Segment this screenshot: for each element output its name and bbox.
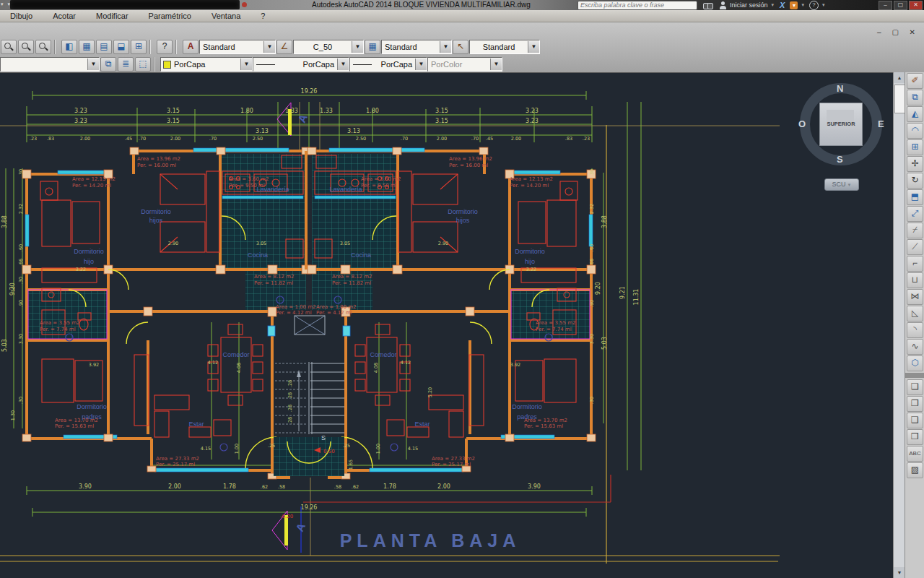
dim-text: 3.15: [167, 118, 180, 124]
user-icon[interactable]: [719, 1, 727, 9]
linetype-combo[interactable]: PorCapa▼: [253, 57, 349, 72]
mleader-style-combo[interactable]: Standard▼: [469, 40, 540, 54]
dim-style-combo[interactable]: C_50▼: [293, 40, 364, 54]
blend-curves-icon[interactable]: ∿: [907, 339, 923, 355]
table-style-icon[interactable]: ▦: [365, 40, 380, 54]
apps-caret-icon[interactable]: ▾: [801, 2, 804, 8]
area-label: Per. = 14.20 ml: [510, 183, 549, 189]
dim-text: 1.78: [383, 483, 396, 490]
layer-properties-icon[interactable]: ⧉: [100, 57, 116, 72]
array-icon[interactable]: ⊞: [907, 139, 923, 155]
explode-icon[interactable]: ⬡: [907, 355, 923, 371]
sign-in-button[interactable]: Iniciar sesión: [730, 1, 768, 9]
chevron-down-icon[interactable]: ▼: [240, 59, 252, 70]
bring-above-icon[interactable]: ❑: [907, 413, 923, 428]
dim-text: 5.03: [601, 337, 608, 350]
a360-icon[interactable]: ▼: [790, 1, 798, 9]
chevron-down-icon[interactable]: ▼: [87, 59, 99, 70]
help-caret-icon[interactable]: ▾: [822, 2, 825, 8]
search-icon[interactable]: [703, 1, 713, 9]
menu-dibujo[interactable]: Dibujo: [0, 12, 43, 20]
help-box-icon[interactable]: ?: [157, 40, 173, 54]
trim-icon[interactable]: ⌿: [907, 223, 923, 238]
break-icon[interactable]: ⊔: [907, 272, 923, 288]
viewcube-south[interactable]: S: [837, 154, 843, 165]
exchange-icon[interactable]: X: [780, 1, 785, 9]
zoom-realtime-icon[interactable]: [1, 40, 17, 54]
erase-icon[interactable]: ✐: [907, 73, 923, 89]
zoom-window-icon[interactable]: [18, 40, 34, 54]
restore-button[interactable]: ▢: [894, 1, 907, 10]
chevron-down-icon[interactable]: ▼: [352, 41, 363, 53]
scroll-down-icon[interactable]: ▼: [894, 567, 905, 578]
menu-parametrico[interactable]: Paramétrico: [139, 12, 201, 20]
viewcube[interactable]: N S E O SUPERIOR: [798, 82, 884, 170]
chevron-down-icon[interactable]: ▼: [263, 41, 275, 53]
document-window-controls[interactable]: – ▢ ✕: [877, 28, 920, 36]
viewcube-west[interactable]: O: [798, 118, 806, 129]
area-label: Per. = 4.12 ml: [276, 310, 312, 316]
sheetset-icon[interactable]: ▤: [96, 40, 112, 54]
move-icon[interactable]: ✢: [907, 156, 923, 172]
properties-icon[interactable]: ◧: [61, 40, 77, 54]
viewcube-east[interactable]: E: [878, 118, 884, 129]
text-style-icon[interactable]: A: [183, 40, 199, 54]
zoom-previous-icon[interactable]: [35, 40, 51, 54]
search-input[interactable]: [578, 1, 697, 10]
layer-isolate-icon[interactable]: ⬚: [135, 57, 151, 72]
lineweight-combo[interactable]: PorCapa▼: [349, 57, 427, 72]
minimize-button[interactable]: –: [879, 1, 892, 10]
send-under-icon[interactable]: ❒: [907, 429, 923, 445]
offset-icon[interactable]: ◠: [907, 123, 923, 139]
room-label: Dormitorio: [512, 403, 542, 410]
designcenter-icon[interactable]: ▦: [79, 40, 95, 54]
stretch-icon[interactable]: ⤢: [907, 206, 923, 222]
layer-states-icon[interactable]: ≣: [118, 57, 134, 72]
chevron-down-icon[interactable]: ▼: [440, 41, 451, 53]
menu-ventana[interactable]: Ventana: [201, 12, 250, 20]
extend-icon[interactable]: ⟋: [907, 239, 923, 255]
break-at-point-icon[interactable]: ⌐: [907, 256, 923, 272]
scrollbar-thumb[interactable]: [894, 85, 905, 113]
copy-icon[interactable]: ⧉: [907, 90, 923, 105]
calculator-icon[interactable]: ⊞: [131, 40, 147, 54]
menu-acotar[interactable]: Acotar: [43, 12, 86, 20]
menu-modificar[interactable]: Modificar: [86, 12, 139, 20]
text-style-combo[interactable]: Standard▼: [199, 40, 276, 54]
room-label: Cocina: [248, 251, 268, 259]
separator: [149, 40, 154, 54]
fillet-icon[interactable]: ◝: [907, 322, 923, 338]
mirror-icon[interactable]: ◭: [907, 106, 923, 122]
separator: [175, 40, 180, 54]
menu-help[interactable]: ?: [250, 12, 275, 20]
help-icon[interactable]: ?: [809, 1, 819, 10]
send-to-back-icon[interactable]: ❐: [907, 396, 923, 412]
sign-in-caret-icon[interactable]: ▾: [772, 2, 775, 8]
chevron-down-icon[interactable]: ▼: [337, 59, 349, 70]
drawing-canvas[interactable]: A A 19.26 19.26 3.23 3.15 1.80 1.33 1.33…: [0, 72, 893, 578]
viewcube-face[interactable]: SUPERIOR: [819, 103, 863, 146]
scroll-up-icon[interactable]: ▲: [894, 72, 905, 83]
color-combo[interactable]: PorCapa▼: [160, 57, 253, 72]
vertical-scrollbar[interactable]: ▲ ▼: [893, 72, 905, 578]
markup-icon[interactable]: ⬓: [113, 40, 129, 54]
join-icon[interactable]: ⋈: [907, 289, 923, 305]
viewcube-north[interactable]: N: [837, 83, 843, 94]
table-style-combo[interactable]: Standard▼: [381, 40, 452, 54]
rotate-icon[interactable]: ↻: [907, 173, 923, 189]
scale-icon[interactable]: ⬒: [907, 189, 923, 205]
quick-access-toolbar[interactable]: [10, 0, 240, 9]
chevron-down-icon[interactable]: ▼: [528, 41, 539, 53]
dim-text: 4.08: [236, 363, 242, 373]
layer-combo[interactable]: ▼: [0, 57, 100, 72]
close-button[interactable]: ✕: [909, 1, 923, 10]
scu-button[interactable]: SCU▼: [824, 178, 859, 191]
chamfer-icon[interactable]: ◺: [907, 306, 923, 322]
hatch-to-back-icon[interactable]: ▨: [907, 462, 923, 478]
mleader-style-icon[interactable]: ↖: [453, 40, 468, 54]
bring-to-front-icon[interactable]: ❏: [907, 379, 923, 395]
text-to-front-icon[interactable]: ABC: [907, 446, 923, 462]
chevron-down-icon[interactable]: ▼: [415, 59, 427, 70]
floor-plan[interactable]: A A 19.26 19.26 3.23 3.15 1.80 1.33 1.33…: [0, 73, 893, 578]
dim-style-icon[interactable]: ∠: [276, 40, 292, 54]
